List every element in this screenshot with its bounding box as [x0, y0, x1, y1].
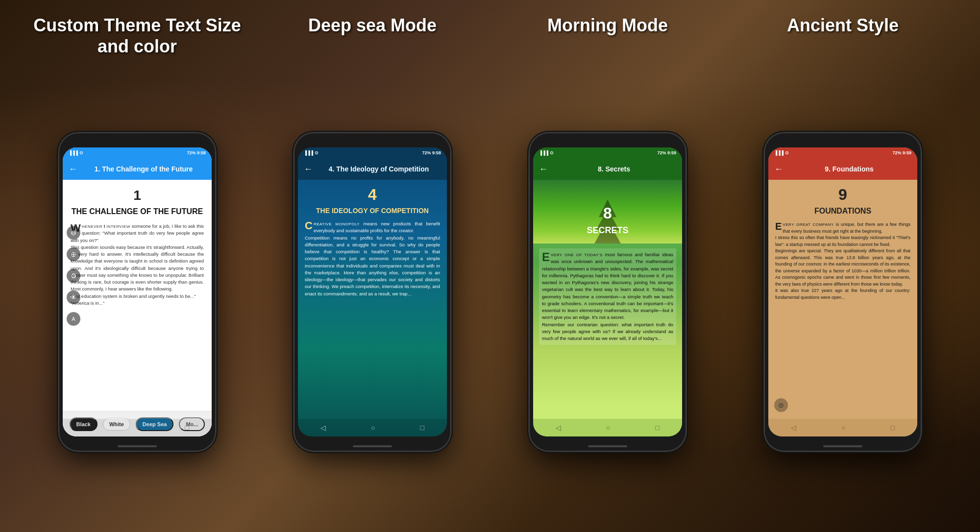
headers-row: Custom Theme Text Size and color Deep se…: [20, 15, 960, 57]
phone-morning-mode: ▐▐▐ ⊙ 72% 9:59 ← 8. Secrets 8 SECRETS: [529, 133, 686, 451]
time-battery-3: 72% 9:59: [657, 150, 676, 155]
phone-notch-4: [818, 137, 867, 146]
home-bar-3: [588, 445, 627, 447]
time-battery-1: 72% 9:58: [187, 150, 206, 155]
chapter-num-3: 8: [564, 204, 652, 222]
font-icon[interactable]: A: [67, 312, 80, 326]
status-bar-4: ▐▐▐ ⊙ 72% 9:59: [768, 147, 917, 158]
back-button-4[interactable]: ←: [774, 164, 783, 174]
home-bar-2: [353, 445, 392, 447]
chapter-num-1: 1: [71, 188, 204, 203]
chapter-title-4: FOUNDATIONS: [775, 207, 910, 216]
time-battery-2: 72% 9:58: [422, 150, 441, 155]
app-bar-title-3: 8. Secrets: [552, 165, 676, 173]
eye-icon[interactable]: 👁: [67, 290, 80, 304]
body-text-1: WHENEVER I INTERVIEW someone for a job, …: [71, 223, 204, 307]
home-bar-4: [823, 445, 862, 447]
phone-notch-3: [583, 137, 632, 146]
home-nav-icon-1[interactable]: ○: [136, 424, 140, 432]
recents-nav-icon-1[interactable]: □: [185, 424, 189, 432]
phone-screen-4: ▐▐▐ ⊙ 72% 9:59 ← 9. Foundations 9 FOUNDA…: [768, 147, 917, 436]
bottom-nav-1: ◁ ○ □: [63, 419, 212, 436]
settings-icon-4[interactable]: ⊘: [774, 398, 788, 412]
header-ancient-style: Ancient Style: [725, 15, 960, 57]
chapter-num-4: 9: [775, 186, 910, 204]
back-button-1[interactable]: ←: [69, 164, 77, 174]
status-bar-2: ▐▐▐ ⊙ 72% 9:58: [298, 147, 447, 158]
signal-icons-4: ▐▐▐ ⊙: [774, 150, 789, 155]
bottom-nav-2: ◁ ○ □: [298, 419, 447, 436]
tree-image-area: 8 SECRETS: [533, 180, 682, 243]
phone-ancient-style: ▐▐▐ ⊙ 72% 9:59 ← 9. Foundations 9 FOUNDA…: [764, 133, 921, 451]
home-nav-icon-2[interactable]: ○: [371, 424, 375, 432]
app-bar-title-2: 4. The Ideology of Competition: [317, 165, 441, 173]
content-area-1: 1 THE CHALLENGE OF THE FUTURE WHENEVER I…: [63, 180, 212, 436]
body-text-2: CREATIVE MONOPOLY means new products tha…: [305, 220, 440, 297]
body-text-4: EVERY GREAT COMPANY is unique, but there…: [775, 221, 910, 301]
back-nav-icon-4[interactable]: ◁: [791, 424, 796, 432]
section-title-3: Morning Mode: [490, 15, 725, 36]
section-title-2: Deep sea Mode: [255, 15, 490, 36]
phone-custom-theme: ▐▐▐ ⊙ 72% 9:58 ← 1. The Challenge of the…: [59, 133, 216, 451]
phone-notch-1: [113, 137, 162, 146]
phones-row: ▐▐▐ ⊙ 72% 9:58 ← 1. The Challenge of the…: [20, 67, 960, 517]
back-button-3[interactable]: ←: [539, 164, 548, 174]
body-text-3: EVERY ONE OF TODAY'S most famous and fam…: [539, 248, 676, 345]
chapter-title-3: SECRETS: [564, 225, 652, 236]
app-bar-title-4: 9. Foundations: [787, 165, 911, 173]
app-bar-4: ← 9. Foundations: [768, 158, 917, 180]
header-deep-sea: Deep sea Mode: [255, 15, 490, 57]
back-nav-icon-1[interactable]: ◁: [85, 424, 91, 432]
recents-nav-icon-3[interactable]: □: [656, 424, 660, 432]
content-area-3: EVERY ONE OF TODAY'S most famous and fam…: [533, 243, 682, 436]
content-area-2: 4 THE IDEOLOGY OF COMPETITION CREATIVE M…: [298, 180, 447, 436]
bottom-nav-4: ◁ ○ □: [768, 419, 917, 436]
status-bar-3: ▐▐▐ ⊙ 72% 9:59: [533, 147, 682, 158]
app-bar-title-1: 1. The Challenge of the Future: [81, 165, 206, 173]
recents-nav-icon-2[interactable]: □: [420, 424, 424, 432]
side-icon-4: ⊘: [774, 398, 788, 412]
section-title-1: Custom Theme Text Size and color: [20, 15, 255, 57]
signal-icons-3: ▐▐▐ ⊙: [539, 150, 554, 155]
header-morning-mode: Morning Mode: [490, 15, 725, 57]
header-custom-theme: Custom Theme Text Size and color: [20, 15, 255, 57]
app-bar-3: ← 8. Secrets: [533, 158, 682, 180]
phone-screen-1: ▐▐▐ ⊙ 72% 9:58 ← 1. The Challenge of the…: [63, 147, 212, 436]
back-button-2[interactable]: ←: [304, 164, 313, 174]
home-bar-1: [118, 445, 157, 447]
zoom-out-icon[interactable]: ⊖: [67, 226, 80, 240]
drop-cap-2: C: [305, 220, 313, 231]
home-nav-icon-4[interactable]: ○: [841, 424, 845, 432]
chapter-title-1: THE CHALLENGE OF THE FUTURE: [71, 207, 204, 216]
recents-nav-icon-4[interactable]: □: [891, 424, 895, 432]
phone-screen-2: ▐▐▐ ⊙ 72% 9:58 ← 4. The Ideology of Comp…: [298, 147, 447, 436]
drop-cap-4: E: [775, 221, 782, 231]
side-controls-1: ⊖ ⊕ ⚙ 👁 A: [67, 226, 80, 326]
status-bar-1: ▐▐▐ ⊙ 72% 9:58: [63, 147, 212, 158]
app-bar-1: ← 1. The Challenge of the Future: [63, 158, 212, 180]
phone-deep-sea: ▐▐▐ ⊙ 72% 9:58 ← 4. The Ideology of Comp…: [294, 133, 451, 451]
time-battery-4: 72% 9:59: [892, 150, 911, 155]
home-nav-icon-3[interactable]: ○: [606, 424, 610, 432]
settings-icon[interactable]: ⚙: [67, 269, 80, 283]
app-bar-2: ← 4. The Ideology of Competition: [298, 158, 447, 180]
back-nav-icon-2[interactable]: ◁: [320, 424, 326, 432]
signal-icons-1: ▐▐▐ ⊙: [69, 150, 83, 155]
zoom-in-icon[interactable]: ⊕: [67, 247, 80, 261]
back-nav-icon-3[interactable]: ◁: [556, 424, 561, 432]
signal-icons-2: ▐▐▐ ⊙: [304, 150, 318, 155]
chapter-title-2: THE IDEOLOGY OF COMPETITION: [305, 207, 440, 215]
bottom-nav-3: ◁ ○ □: [533, 419, 682, 436]
content-area-4: 9 FOUNDATIONS EVERY GREAT COMPANY is uni…: [768, 180, 917, 436]
drop-cap-3: E: [542, 251, 550, 263]
chapter-num-2: 4: [305, 186, 440, 204]
phone-screen-3: ▐▐▐ ⊙ 72% 9:59 ← 8. Secrets 8 SECRETS: [533, 147, 682, 436]
phone-notch-2: [348, 137, 397, 146]
section-title-4: Ancient Style: [725, 15, 960, 36]
